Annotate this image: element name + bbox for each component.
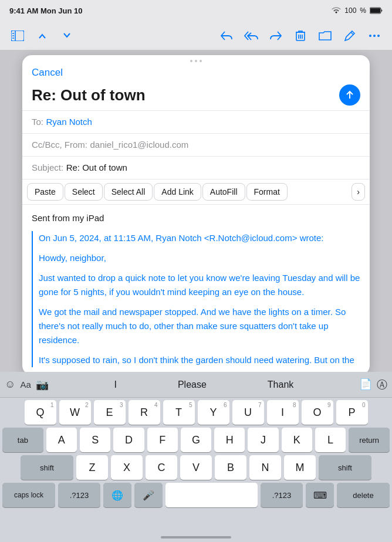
subject-field[interactable]: Subject: Re: Out of town	[22, 157, 370, 179]
paste-button[interactable]: Paste	[27, 183, 63, 201]
top-toolbar	[0, 21, 392, 50]
context-menu-more-button[interactable]: ›	[352, 183, 365, 201]
subject-label: Subject:	[32, 162, 63, 172]
svg-rect-1	[370, 8, 380, 13]
handle-dot-3	[200, 60, 202, 62]
key-3[interactable]: E3	[94, 400, 126, 425]
svg-point-15	[377, 35, 380, 37]
to-field[interactable]: To: Ryan Notch	[22, 111, 370, 134]
status-time: 9:41 AM Mon Jun 10	[9, 6, 83, 15]
tab-key[interactable]: tab	[2, 428, 43, 452]
spacebar[interactable]	[165, 483, 258, 507]
subject-value: Re: Out of town	[66, 162, 127, 172]
sidebar-toggle-icon[interactable]	[9, 28, 26, 44]
key-2[interactable]: W2	[59, 400, 91, 425]
predictive-words: I Please Thank	[49, 377, 359, 392]
predictive-right: 📄 Ⓐ	[359, 378, 387, 392]
battery-icon	[370, 7, 383, 14]
key-g[interactable]: G	[181, 428, 211, 452]
forward-icon[interactable]	[268, 28, 284, 44]
home-indicator	[161, 536, 231, 538]
send-button[interactable]	[339, 84, 360, 106]
emoji-suggest-icon[interactable]: ☺	[5, 378, 15, 391]
handle-dot-2	[195, 60, 197, 62]
key-4[interactable]: R4	[129, 400, 160, 425]
shift-key-right[interactable]: shift	[319, 455, 371, 480]
more-icon[interactable]	[366, 28, 383, 44]
key-j[interactable]: J	[248, 428, 278, 452]
to-label: To:	[32, 117, 43, 127]
quoted-header: On Jun 5, 2024, at 11:15 AM, Ryan Notch …	[39, 231, 360, 245]
status-indicators: 100%	[332, 6, 383, 15]
key-1[interactable]: Q1	[25, 400, 56, 425]
key-f[interactable]: F	[147, 428, 178, 452]
numbers-key-left[interactable]: .?123	[58, 483, 100, 507]
key-9[interactable]: O9	[302, 400, 333, 425]
from-value: daniel_rico1@icloud.com	[90, 140, 188, 150]
toolbar-left-group	[9, 28, 75, 44]
camera-icon[interactable]: 📷	[36, 378, 49, 391]
compose-title: Re: Out of town	[32, 86, 146, 104]
autofill-button[interactable]: AutoFill	[202, 183, 245, 201]
keyboard-area: ☺ Aa 📷 I Please Thank 📄 Ⓐ Q1 W2 E3 R4	[0, 372, 392, 542]
key-h[interactable]: H	[214, 428, 245, 452]
reply-all-icon[interactable]	[243, 28, 259, 44]
cancel-button[interactable]: Cancel	[32, 67, 63, 79]
return-key[interactable]: return	[349, 428, 390, 452]
shift-key-left[interactable]: shift	[21, 455, 73, 480]
caps-lock-key[interactable]: caps lock	[2, 483, 55, 507]
quoted-para-4: It's supposed to rain, so I don't think …	[39, 353, 360, 367]
cc-bcc-label: Cc/Bcc, From:	[32, 140, 87, 150]
key-v[interactable]: V	[180, 455, 212, 480]
key-z[interactable]: Z	[76, 455, 108, 480]
select-all-button[interactable]: Select All	[104, 183, 153, 201]
select-button[interactable]: Select	[65, 183, 103, 201]
key-6[interactable]: Y6	[198, 400, 229, 425]
third-row: shift Z X C V B N M shift	[2, 455, 390, 480]
main-content-area: Cancel Re: Out of town To: Ryan Notch	[0, 50, 392, 372]
key-s[interactable]: S	[80, 428, 110, 452]
format-button[interactable]: Format	[246, 183, 288, 201]
key-b[interactable]: B	[215, 455, 246, 480]
key-l[interactable]: L	[315, 428, 346, 452]
key-k[interactable]: K	[282, 428, 312, 452]
emoji-key[interactable]: 🌐	[103, 483, 131, 507]
delete-key[interactable]: delete	[337, 483, 390, 507]
key-a[interactable]: A	[46, 428, 77, 452]
compose-icon[interactable]	[342, 28, 358, 44]
key-d[interactable]: D	[113, 428, 144, 452]
predictive-word-3[interactable]: Thank	[261, 377, 300, 392]
ipad-frame: 9:41 AM Mon Jun 10 100%	[0, 0, 392, 542]
svg-point-13	[373, 35, 376, 37]
key-c[interactable]: C	[146, 455, 177, 480]
reply-icon[interactable]	[218, 28, 235, 44]
dictation-alt-icon[interactable]: Ⓐ	[377, 378, 387, 392]
key-8[interactable]: I8	[267, 400, 299, 425]
svg-point-14	[369, 35, 371, 37]
trash-icon[interactable]	[292, 28, 309, 44]
font-size-label: Aa	[20, 380, 31, 389]
chevron-down-icon[interactable]	[59, 28, 75, 44]
quoted-para-3: We got the mail and newspaper stopped. A…	[39, 305, 360, 347]
key-7[interactable]: U7	[232, 400, 264, 425]
keyboard-dismiss-key[interactable]: ⌨	[306, 483, 334, 507]
folder-icon[interactable]	[317, 28, 333, 44]
numbers-key-right[interactable]: .?123	[261, 483, 303, 507]
quoted-para-2: Just wanted to drop a quick note to let …	[39, 271, 360, 299]
key-m[interactable]: M	[284, 455, 316, 480]
compose-body[interactable]: Sent from my iPad On Jun 5, 2024, at 11:…	[22, 205, 370, 375]
key-0[interactable]: P0	[336, 400, 368, 425]
predictive-word-2[interactable]: Please	[171, 377, 214, 392]
document-icon[interactable]: 📄	[359, 378, 372, 392]
key-n[interactable]: N	[249, 455, 281, 480]
key-x[interactable]: X	[111, 455, 143, 480]
cc-bcc-field[interactable]: Cc/Bcc, From: daniel_rico1@icloud.com	[22, 134, 370, 157]
key-5[interactable]: T5	[163, 400, 195, 425]
number-row: Q1 W2 E3 R4 T5 Y6 U7 I8 O9 P0	[2, 400, 390, 425]
mic-key[interactable]: 🎤	[134, 483, 163, 507]
chevron-up-icon[interactable]	[34, 28, 50, 44]
sent-from-text: Sent from my iPad	[32, 212, 360, 225]
predictive-word-1[interactable]: I	[107, 377, 123, 392]
add-link-button[interactable]: Add Link	[154, 183, 201, 201]
quoted-text-block: On Jun 5, 2024, at 11:15 AM, Ryan Notch …	[32, 231, 360, 367]
